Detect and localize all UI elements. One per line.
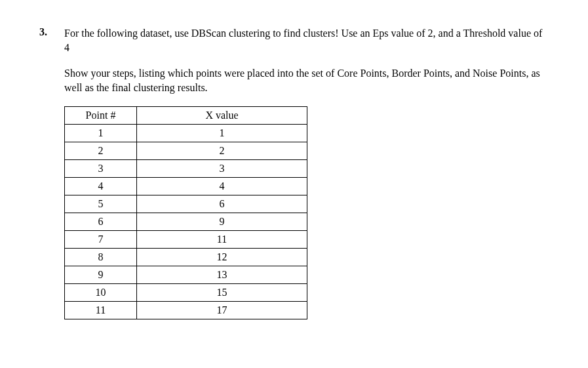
cell-point: 6 xyxy=(65,213,137,231)
cell-point: 4 xyxy=(65,178,137,195)
cell-xvalue: 3 xyxy=(137,160,307,178)
question-wrapper: 3. For the following dataset, use DBScan… xyxy=(39,26,549,319)
cell-xvalue: 12 xyxy=(137,249,307,266)
cell-point: 5 xyxy=(65,195,137,213)
cell-xvalue: 6 xyxy=(137,195,307,213)
cell-point: 2 xyxy=(65,142,137,160)
table-row: 6 9 xyxy=(65,213,307,231)
question-body: For the following dataset, use DBScan cl… xyxy=(64,26,549,319)
header-point: Point # xyxy=(65,107,137,125)
header-xvalue: X value xyxy=(137,107,307,125)
question-paragraph-1: For the following dataset, use DBScan cl… xyxy=(64,26,549,54)
table-row: 7 11 xyxy=(65,231,307,249)
table-row: 1 1 xyxy=(65,125,307,142)
cell-point: 11 xyxy=(65,302,137,319)
question-number: 3. xyxy=(39,26,52,38)
cell-point: 10 xyxy=(65,284,137,302)
table-row: 8 12 xyxy=(65,249,307,266)
cell-xvalue: 15 xyxy=(137,284,307,302)
cell-point: 9 xyxy=(65,266,137,284)
cell-xvalue: 4 xyxy=(137,178,307,195)
table-row: 2 2 xyxy=(65,142,307,160)
table-row: 3 3 xyxy=(65,160,307,178)
question-paragraph-2: Show your steps, listing which points we… xyxy=(64,66,549,94)
cell-xvalue: 2 xyxy=(137,142,307,160)
cell-xvalue: 11 xyxy=(137,231,307,249)
cell-point: 8 xyxy=(65,249,137,266)
table-row: 4 4 xyxy=(65,178,307,195)
cell-xvalue: 1 xyxy=(137,125,307,142)
table-row: 5 6 xyxy=(65,195,307,213)
cell-point: 3 xyxy=(65,160,137,178)
cell-xvalue: 13 xyxy=(137,266,307,284)
cell-xvalue: 9 xyxy=(137,213,307,231)
cell-point: 1 xyxy=(65,125,137,142)
cell-xvalue: 17 xyxy=(137,302,307,319)
data-table: Point # X value 1 1 2 2 3 3 4 xyxy=(64,106,307,319)
table-row: 10 15 xyxy=(65,284,307,302)
table-row: 9 13 xyxy=(65,266,307,284)
cell-point: 7 xyxy=(65,231,137,249)
table-header-row: Point # X value xyxy=(65,107,307,125)
table-row: 11 17 xyxy=(65,302,307,319)
